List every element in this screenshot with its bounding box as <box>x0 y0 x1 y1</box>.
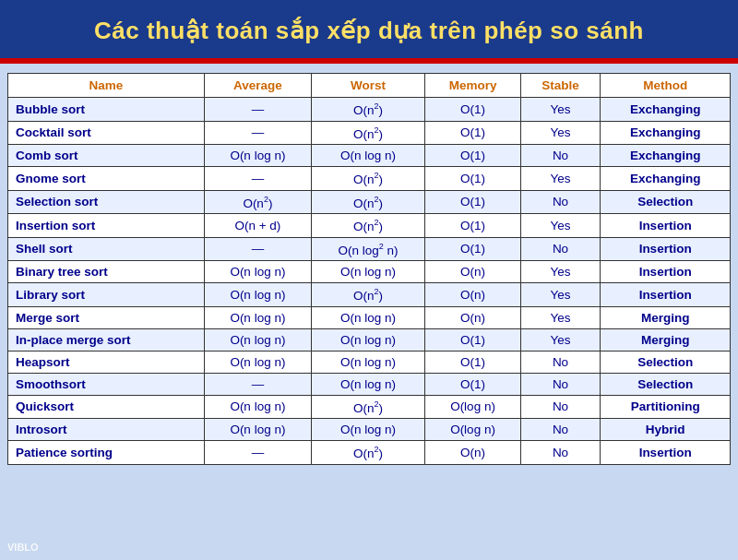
cell-name: Bubble sort <box>8 98 205 122</box>
cell-worst: O(n log n) <box>311 373 424 395</box>
cell-average: O(n log n) <box>204 306 311 328</box>
cell-stable: No <box>520 373 601 395</box>
cell-stable: No <box>520 145 601 167</box>
cell-worst: O(n2) <box>311 283 424 307</box>
cell-average: O(n + d) <box>204 214 311 238</box>
table-row: Quicksort O(n log n) O(n2) O(log n) No P… <box>8 395 731 419</box>
cell-memory: O(1) <box>425 328 520 351</box>
cell-name: Smoothsort <box>8 373 205 395</box>
col-name: Name <box>8 74 205 98</box>
watermark: VIBLO <box>7 542 39 553</box>
cell-name: Comb sort <box>8 145 205 167</box>
col-average: Average <box>204 74 311 98</box>
cell-memory: O(1) <box>425 145 520 167</box>
cell-stable: Yes <box>520 167 601 191</box>
cell-method: Insertion <box>601 237 731 261</box>
cell-memory: O(1) <box>425 167 520 191</box>
cell-worst: O(n2) <box>311 167 424 191</box>
cell-memory: O(n) <box>425 306 520 328</box>
table-row: Introsort O(n log n) O(n log n) O(log n)… <box>8 419 731 441</box>
table-row: In-place merge sort O(n log n) O(n log n… <box>8 328 731 351</box>
cell-average: — <box>204 98 311 122</box>
cell-worst: O(n2) <box>311 441 424 465</box>
cell-name: Patience sorting <box>8 441 205 465</box>
table-container: Name Average Worst Memory Stable Method … <box>0 64 738 472</box>
cell-stable: Yes <box>520 306 601 328</box>
cell-method: Exchanging <box>601 167 731 191</box>
cell-worst: O(n log n) <box>311 351 424 373</box>
cell-method: Partitioning <box>601 395 731 419</box>
cell-average: O(n log n) <box>204 395 311 419</box>
cell-memory: O(1) <box>425 214 520 238</box>
cell-memory: O(1) <box>425 190 520 214</box>
col-stable: Stable <box>520 74 601 98</box>
cell-memory: O(log n) <box>425 395 520 419</box>
table-row: Patience sorting — O(n2) O(n) No Inserti… <box>8 441 731 465</box>
cell-name: Gnome sort <box>8 167 205 191</box>
table-row: Selection sort O(n2) O(n2) O(1) No Selec… <box>8 190 731 214</box>
cell-worst: O(n log n) <box>311 145 424 167</box>
table-row: Merge sort O(n log n) O(n log n) O(n) Ye… <box>8 306 731 328</box>
cell-stable: Yes <box>520 283 601 307</box>
cell-name: Insertion sort <box>8 214 205 238</box>
cell-worst: O(n2) <box>311 121 424 145</box>
cell-average: O(n log n) <box>204 351 311 373</box>
cell-method: Merging <box>601 306 731 328</box>
cell-average: — <box>204 167 311 191</box>
cell-name: Library sort <box>8 283 205 307</box>
cell-name: Shell sort <box>8 237 205 261</box>
cell-name: In-place merge sort <box>8 328 205 351</box>
cell-name: Introsort <box>8 419 205 441</box>
table-row: Comb sort O(n log n) O(n log n) O(1) No … <box>8 145 731 167</box>
cell-memory: O(1) <box>425 237 520 261</box>
table-row: Gnome sort — O(n2) O(1) Yes Exchanging <box>8 167 731 191</box>
cell-worst: O(n log n) <box>311 419 424 441</box>
cell-method: Selection <box>601 373 731 395</box>
cell-method: Selection <box>601 190 731 214</box>
cell-method: Insertion <box>601 261 731 283</box>
cell-stable: No <box>520 441 601 465</box>
table-row: Library sort O(n log n) O(n2) O(n) Yes I… <box>8 283 731 307</box>
cell-stable: No <box>520 351 601 373</box>
cell-average: O(n log n) <box>204 145 311 167</box>
cell-average: O(n log n) <box>204 261 311 283</box>
cell-method: Selection <box>601 351 731 373</box>
cell-name: Quicksort <box>8 395 205 419</box>
cell-average: — <box>204 441 311 465</box>
col-method: Method <box>601 74 731 98</box>
cell-name: Selection sort <box>8 190 205 214</box>
cell-method: Insertion <box>601 214 731 238</box>
table-row: Bubble sort — O(n2) O(1) Yes Exchanging <box>8 98 731 122</box>
table-row: Cocktail sort — O(n2) O(1) Yes Exchangin… <box>8 121 731 145</box>
col-memory: Memory <box>425 74 520 98</box>
cell-method: Exchanging <box>601 121 731 145</box>
cell-method: Hybrid <box>601 419 731 441</box>
cell-stable: No <box>520 419 601 441</box>
table-row: Shell sort — O(n log2 n) O(1) No Inserti… <box>8 237 731 261</box>
page-title: Các thuật toán sắp xếp dựa trên phép so … <box>9 17 729 45</box>
cell-worst: O(n2) <box>311 214 424 238</box>
cell-worst: O(n log n) <box>311 328 424 351</box>
cell-stable: No <box>520 190 601 214</box>
cell-method: Exchanging <box>601 145 731 167</box>
cell-stable: Yes <box>520 98 601 122</box>
cell-worst: O(n log2 n) <box>311 237 424 261</box>
cell-method: Insertion <box>601 441 731 465</box>
sorting-table: Name Average Worst Memory Stable Method … <box>7 73 731 465</box>
cell-stable: Yes <box>520 214 601 238</box>
cell-average: O(n log n) <box>204 283 311 307</box>
cell-memory: O(1) <box>425 351 520 373</box>
cell-memory: O(1) <box>425 98 520 122</box>
cell-name: Heapsort <box>8 351 205 373</box>
cell-name: Binary tree sort <box>8 261 205 283</box>
cell-memory: O(1) <box>425 373 520 395</box>
cell-method: Merging <box>601 328 731 351</box>
cell-worst: O(n2) <box>311 98 424 122</box>
cell-average: — <box>204 121 311 145</box>
cell-memory: O(n) <box>425 261 520 283</box>
cell-average: O(n log n) <box>204 328 311 351</box>
cell-stable: No <box>520 395 601 419</box>
cell-name: Cocktail sort <box>8 121 205 145</box>
cell-worst: O(n2) <box>311 395 424 419</box>
cell-average: O(n2) <box>204 190 311 214</box>
